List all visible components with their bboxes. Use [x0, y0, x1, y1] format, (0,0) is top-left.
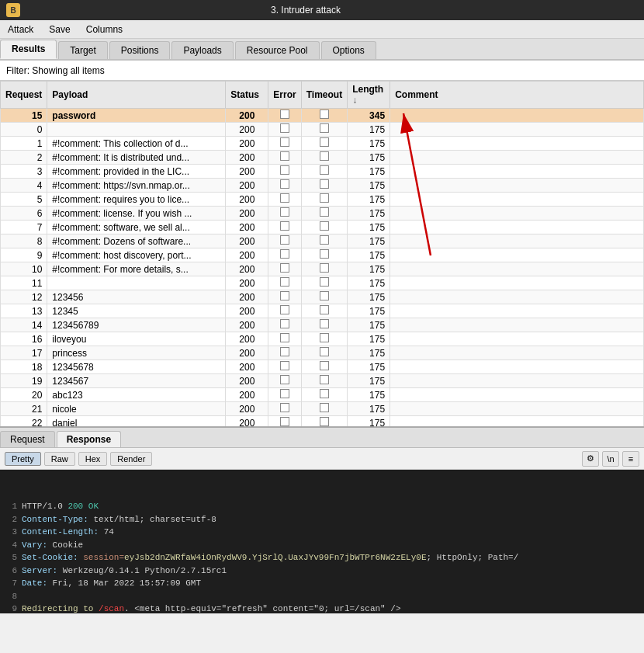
table-row[interactable]: 9#!comment: host discovery, port...20017…: [1, 248, 644, 262]
col-length[interactable]: Length: [348, 82, 390, 109]
col-payload[interactable]: Payload: [47, 82, 226, 109]
cell-payload: iloveyou: [47, 332, 226, 346]
table-row[interactable]: 10#!comment: For more details, s...20017…: [1, 262, 644, 276]
cell-payload: #!comment: license. If you wish ...: [47, 207, 226, 221]
cell-length: 175: [348, 276, 390, 290]
cell-comment: [390, 262, 644, 276]
table-row[interactable]: 0200175: [1, 123, 644, 137]
cell-error: [268, 151, 301, 165]
table-row[interactable]: 8#!comment: Dozens of software...200175: [1, 234, 644, 248]
table-row[interactable]: 5#!comment: requires you to lice...20017…: [1, 193, 644, 207]
table-row[interactable]: 4#!comment: https://svn.nmap.or...200175: [1, 179, 644, 193]
table-row[interactable]: 191234567200175: [1, 374, 644, 388]
cell-comment: [390, 165, 644, 179]
cell-request: 6: [1, 207, 47, 221]
fmt-render[interactable]: Render: [110, 452, 152, 466]
table-row[interactable]: 7#!comment: software, we sell al...20017…: [1, 221, 644, 234]
table-row[interactable]: 22daniel200175: [1, 416, 644, 427]
cell-request: 11: [1, 276, 47, 290]
cell-length: 175: [348, 416, 390, 427]
table-row[interactable]: 20abc123200175: [1, 388, 644, 402]
table-row[interactable]: 3#!comment: provided in the LIC...200175: [1, 165, 644, 179]
cell-status: 200: [226, 137, 268, 151]
filter-icon[interactable]: ⚙: [582, 451, 599, 467]
cell-status: 200: [226, 193, 268, 207]
error-checkbox: [280, 179, 289, 189]
cell-comment: [390, 290, 644, 304]
col-timeout[interactable]: Timeout: [301, 82, 347, 109]
table-row[interactable]: 21nicole200175: [1, 402, 644, 416]
cell-request: 3: [1, 165, 47, 179]
timeout-checkbox: [320, 151, 329, 161]
cell-comment: [390, 388, 644, 402]
table-row[interactable]: 12123456200175: [1, 290, 644, 304]
cell-timeout: [301, 179, 347, 193]
cell-comment: [390, 304, 644, 318]
table-row[interactable]: 15password200345: [1, 109, 644, 123]
fmt-pretty[interactable]: Pretty: [5, 452, 41, 466]
cell-timeout: [301, 165, 347, 179]
table-row[interactable]: 16iloveyou200175: [1, 332, 644, 346]
cell-payload: #!comment: provided in the LIC...: [47, 165, 226, 179]
cell-status: 200: [226, 262, 268, 276]
table-row[interactable]: 1#!comment: This collection of d...20017…: [1, 137, 644, 151]
fmt-raw[interactable]: Raw: [44, 452, 75, 466]
cell-request: 15: [1, 109, 47, 123]
timeout-checkbox: [320, 263, 329, 273]
cell-timeout: [301, 234, 347, 248]
cell-error: [268, 109, 301, 123]
error-checkbox: [280, 123, 289, 133]
cell-status: 200: [226, 388, 268, 402]
table-row[interactable]: 1312345200175: [1, 304, 644, 318]
table-row[interactable]: 1812345678200175: [1, 360, 644, 374]
cell-length: 175: [348, 402, 390, 416]
cell-comment: [390, 374, 644, 388]
cell-status: 200: [226, 248, 268, 262]
tab-resource-pool[interactable]: Resource Pool: [235, 41, 320, 59]
tab-target[interactable]: Target: [58, 41, 107, 59]
menu-columns[interactable]: Columns: [81, 23, 127, 36]
tab-response[interactable]: Response: [57, 431, 121, 447]
cell-timeout: [301, 207, 347, 221]
tab-positions[interactable]: Positions: [109, 41, 171, 59]
cell-status: 200: [226, 360, 268, 374]
fmt-hex[interactable]: Hex: [78, 452, 108, 466]
table-row[interactable]: 17princess200175: [1, 346, 644, 360]
cell-request: 21: [1, 402, 47, 416]
tab-results[interactable]: Results: [0, 40, 57, 59]
col-request[interactable]: Request: [1, 82, 47, 109]
cell-comment: [390, 151, 644, 165]
cell-error: [268, 332, 301, 346]
table-row[interactable]: 11200175: [1, 276, 644, 290]
menu-save[interactable]: Save: [44, 23, 74, 36]
timeout-checkbox: [320, 179, 329, 189]
cell-payload: 123456789: [47, 318, 226, 332]
filter-bar: Filter: Showing all items: [0, 61, 644, 81]
tab-options[interactable]: Options: [321, 41, 376, 59]
cell-comment: [390, 248, 644, 262]
table-row[interactable]: 6#!comment: license. If you wish ...2001…: [1, 207, 644, 221]
timeout-checkbox: [320, 361, 329, 370]
table-row[interactable]: 14123456789200175: [1, 318, 644, 332]
tab-payloads[interactable]: Payloads: [171, 41, 233, 59]
cell-error: [268, 234, 301, 248]
timeout-checkbox: [320, 249, 329, 259]
slash-n-icon[interactable]: \n: [602, 451, 619, 467]
error-checkbox: [280, 417, 289, 426]
cell-payload: [47, 276, 226, 290]
menu-attack[interactable]: Attack: [3, 23, 38, 36]
col-comment[interactable]: Comment: [390, 82, 644, 109]
cell-request: 18: [1, 360, 47, 374]
menu-icon[interactable]: ≡: [622, 451, 639, 467]
cell-status: 200: [226, 221, 268, 234]
tab-request[interactable]: Request: [0, 431, 55, 447]
col-error[interactable]: Error: [268, 82, 301, 109]
table-row[interactable]: 2#!comment: It is distributed und...2001…: [1, 151, 644, 165]
cell-timeout: [301, 318, 347, 332]
cell-timeout: [301, 151, 347, 165]
cell-status: 200: [226, 234, 268, 248]
timeout-checkbox: [320, 375, 329, 384]
cell-request: 20: [1, 388, 47, 402]
col-status[interactable]: Status: [226, 82, 268, 109]
cell-status: 200: [226, 318, 268, 332]
